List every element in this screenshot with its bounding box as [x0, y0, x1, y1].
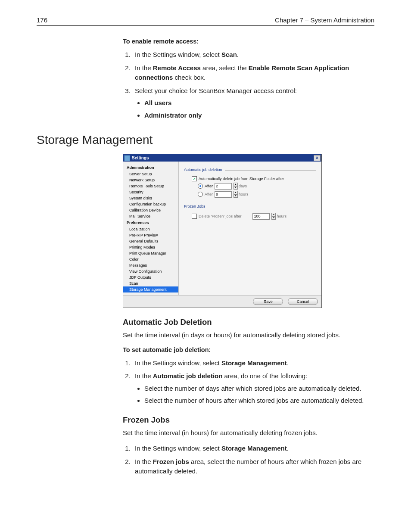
- bullet-admin-only: Administrator only: [144, 112, 202, 119]
- input-frozen-hours[interactable]: 100: [252, 213, 270, 220]
- bullet-all-users: All users: [144, 99, 171, 106]
- sidebar-item-localization[interactable]: Localization: [123, 226, 178, 232]
- auto-step-1: In the Settings window, select Storage M…: [132, 358, 374, 368]
- sidebar-item-printing-modes[interactable]: Printing Modes: [123, 244, 178, 250]
- frozen-jobs-title: Frozen Jobs: [123, 415, 374, 425]
- spinner-days[interactable]: ▲▼: [234, 183, 237, 190]
- input-days[interactable]: 2: [215, 183, 232, 190]
- legend-frozen: Frozen Jobs: [184, 204, 208, 208]
- page-header: 176 Chapter 7 – System Administration: [37, 16, 374, 26]
- sidebar-item-network-setup[interactable]: Network Setup: [123, 177, 178, 183]
- frozen-jobs-desc: Set the time interval (in hours) for aut…: [123, 428, 374, 438]
- sidebar-item-prerip[interactable]: Pre-RIP Preview: [123, 232, 178, 238]
- sidebar-item-scan[interactable]: Scan: [123, 280, 178, 286]
- sidebar-item-jdf-outputs[interactable]: JDF Outputs: [123, 274, 178, 280]
- frozen-step-1: In the Settings window, select Storage M…: [132, 444, 374, 454]
- auto-step-2: In the Automatic job deletion area, do o…: [132, 371, 374, 406]
- legend-auto: Automatic job deletion: [184, 168, 225, 172]
- app-icon: [124, 155, 130, 161]
- sidebar-header-admin: Administration: [123, 164, 178, 171]
- sidebar-item-mail-service[interactable]: Mail Service: [123, 213, 178, 219]
- step-3: Select your choice for ScanBox Manager a…: [132, 86, 374, 121]
- sidebar-item-server-setup[interactable]: Server Setup: [123, 171, 178, 177]
- fieldset-frozen-jobs: Frozen Jobs ✔ Delete 'Frozen' jobs after…: [184, 207, 316, 222]
- dialog-button-bar: Save Cancel: [123, 295, 321, 308]
- auto-deletion-heading: To set automatic job deletion:: [123, 346, 374, 353]
- auto-deletion-title: Automatic Job Deletion: [123, 317, 374, 327]
- sidebar-item-security[interactable]: Security: [123, 189, 178, 195]
- frozen-jobs-steps: In the Settings window, select Storage M…: [123, 444, 374, 476]
- radio-days[interactable]: [198, 184, 203, 189]
- dialog-title: Settings: [132, 156, 314, 160]
- titlebar: Settings ×: [123, 154, 321, 162]
- fieldset-auto-deletion: Automatic job deletion ✔ Automatically d…: [184, 170, 316, 200]
- sidebar-item-view-config[interactable]: View Configuration: [123, 268, 178, 274]
- sidebar-item-calibration[interactable]: Calibration Device: [123, 207, 178, 213]
- sidebar-item-config-backup[interactable]: Configuration backup: [123, 201, 178, 207]
- auto-deletion-desc: Set the time interval (in days or hours)…: [123, 330, 374, 340]
- frozen-step-2: In the Frozen jobs area, select the numb…: [132, 457, 374, 476]
- cancel-button[interactable]: Cancel: [288, 298, 318, 305]
- sidebar-header-prefs: Preferences: [123, 219, 178, 226]
- settings-dialog: Settings × Administration Server Setup N…: [123, 154, 322, 308]
- auto-bullet-hours: Select the number of hours after which s…: [144, 396, 374, 406]
- page-number: 176: [37, 16, 47, 24]
- section-title: Storage Management: [37, 133, 374, 147]
- step-1: In the Settings window, select Scan.: [132, 50, 374, 60]
- sidebar-item-remote-tools[interactable]: Remote Tools Setup: [123, 183, 178, 189]
- checkbox-frozen[interactable]: ✔: [192, 214, 197, 219]
- close-icon[interactable]: ×: [314, 155, 321, 161]
- settings-panel: Automatic job deletion ✔ Automatically d…: [179, 162, 321, 295]
- input-hours[interactable]: 8: [215, 191, 232, 198]
- sidebar-item-color[interactable]: Color: [123, 256, 178, 262]
- spinner-frozen[interactable]: ▲▼: [271, 213, 275, 220]
- spinner-hours[interactable]: ▲▼: [234, 191, 237, 198]
- remote-access-heading: To enable remote access:: [123, 38, 374, 45]
- remote-access-steps: In the Settings window, select Scan. In …: [123, 50, 374, 120]
- sidebar-item-system-disks[interactable]: System disks: [123, 195, 178, 201]
- radio-hours[interactable]: [198, 192, 203, 197]
- auto-bullet-days: Select the number of days after which st…: [144, 384, 374, 394]
- settings-sidebar: Administration Server Setup Network Setu…: [123, 162, 179, 295]
- save-button[interactable]: Save: [253, 298, 283, 305]
- step-2: In the Remote Access area, select the En…: [132, 63, 374, 83]
- frozen-label: Delete 'Frozen' jobs after: [199, 214, 241, 218]
- checkbox-auto-delete-label: Automatically delete job from Storage Fo…: [199, 177, 284, 181]
- sidebar-item-messages[interactable]: Messages: [123, 262, 178, 268]
- checkbox-auto-delete[interactable]: ✔: [192, 176, 197, 181]
- sidebar-item-print-queue[interactable]: Print Queue Manager: [123, 250, 178, 256]
- sidebar-item-general-defaults[interactable]: General Defaults: [123, 238, 178, 244]
- auto-deletion-steps: In the Settings window, select Storage M…: [123, 358, 374, 406]
- sidebar-item-storage-management[interactable]: Storage Management: [123, 286, 178, 292]
- chapter-title: Chapter 7 – System Administration: [275, 16, 374, 24]
